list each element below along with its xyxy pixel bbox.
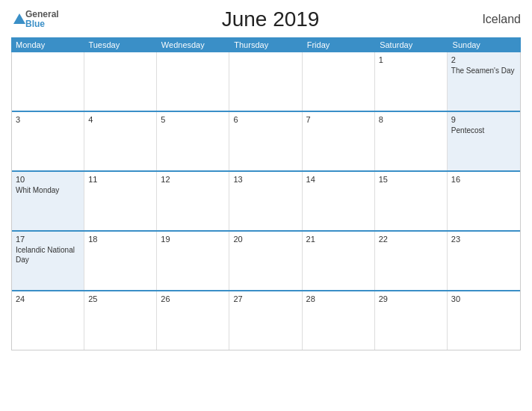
day-number: 15 <box>379 175 443 184</box>
calendar-cell: 6 <box>229 112 302 170</box>
calendar-cell: 15 <box>375 172 448 230</box>
day-number: 1 <box>379 55 443 64</box>
day-number: 14 <box>306 175 371 184</box>
day-number: 3 <box>16 115 80 124</box>
day-number: 8 <box>379 115 443 124</box>
calendar-cell: 17Icelandic National Day <box>12 232 84 290</box>
day-number: 25 <box>88 294 152 303</box>
day-number: 12 <box>161 175 225 184</box>
day-number: 29 <box>379 294 443 303</box>
day-number: 7 <box>306 115 371 124</box>
day-number: 17 <box>16 235 80 244</box>
day-number: 5 <box>161 115 225 124</box>
calendar-cell: 13 <box>229 172 302 230</box>
calendar-cell: 25 <box>84 291 157 350</box>
calendar-wrapper: General Blue June 2019 Iceland MondayTue… <box>0 0 532 411</box>
calendar-week-5: 24252627282930 <box>12 291 520 350</box>
calendar-cell: 4 <box>84 112 157 170</box>
calendar-cell: 20 <box>229 232 302 290</box>
day-number: 2 <box>451 55 516 64</box>
day-number: 30 <box>451 294 516 303</box>
day-header-saturday: Saturday <box>375 37 448 52</box>
day-number: 16 <box>451 175 516 184</box>
calendar-cell: 22 <box>375 232 448 290</box>
day-number: 27 <box>233 294 297 303</box>
logo: General Blue <box>11 10 59 29</box>
calendar-cell: 29 <box>375 291 448 350</box>
day-number: 23 <box>451 235 516 244</box>
calendar-cell: 23 <box>448 232 520 290</box>
calendar-cell <box>229 52 302 111</box>
day-headers: MondayTuesdayWednesdayThursdayFridaySatu… <box>11 37 521 52</box>
day-number: 22 <box>379 235 443 244</box>
calendar-cell <box>303 52 375 111</box>
logo-text: General Blue <box>25 10 59 29</box>
holiday-name: Whit Monday <box>16 186 59 194</box>
calendar-cell: 24 <box>12 291 84 350</box>
day-number: 19 <box>161 235 225 244</box>
day-number: 28 <box>306 294 371 303</box>
day-number: 21 <box>306 235 371 244</box>
calendar-cell: 28 <box>303 291 375 350</box>
holiday-name: Icelandic National Day <box>16 246 75 264</box>
calendar-cell: 18 <box>84 232 157 290</box>
day-number: 13 <box>233 175 297 184</box>
day-header-monday: Monday <box>11 37 84 52</box>
day-header-thursday: Thursday <box>229 37 302 52</box>
day-number: 20 <box>233 235 297 244</box>
calendar-week-3: 10Whit Monday111213141516 <box>12 172 520 232</box>
country-label: Iceland <box>482 13 521 26</box>
calendar-grid: 12The Seamen's Day3456789Pentecost10Whit… <box>11 52 521 350</box>
holiday-name: The Seamen's Day <box>451 67 515 75</box>
day-number: 4 <box>88 115 152 124</box>
calendar-cell: 9Pentecost <box>448 112 520 170</box>
day-number: 18 <box>88 235 152 244</box>
day-number: 9 <box>451 115 516 124</box>
day-header-wednesday: Wednesday <box>157 37 229 52</box>
calendar-cell: 3 <box>12 112 84 170</box>
day-header-friday: Friday <box>303 37 375 52</box>
day-header-tuesday: Tuesday <box>84 37 156 52</box>
day-number: 24 <box>16 294 80 303</box>
calendar-cell: 11 <box>84 172 157 230</box>
calendar-cell: 7 <box>303 112 375 170</box>
day-number: 6 <box>233 115 297 124</box>
calendar-header: General Blue June 2019 Iceland <box>11 7 521 31</box>
day-number: 11 <box>88 175 152 184</box>
calendar-cell: 27 <box>229 291 302 350</box>
day-number: 10 <box>16 175 80 184</box>
calendar-cell: 1 <box>375 52 448 111</box>
calendar-title: June 2019 <box>222 7 320 31</box>
calendar-week-1: 12The Seamen's Day <box>12 52 520 112</box>
calendar-cell <box>12 52 84 111</box>
calendar-cell: 26 <box>157 291 229 350</box>
calendar-cell: 5 <box>157 112 229 170</box>
logo-blue: Blue <box>25 19 59 29</box>
calendar-cell: 30 <box>448 291 520 350</box>
day-number: 26 <box>161 294 225 303</box>
calendar-week-2: 3456789Pentecost <box>12 112 520 172</box>
calendar-cell: 21 <box>303 232 375 290</box>
day-header-sunday: Sunday <box>448 37 521 52</box>
holiday-name: Pentecost <box>451 126 484 135</box>
calendar-cell: 12 <box>157 172 229 230</box>
calendar-cell: 16 <box>448 172 520 230</box>
logo-triangle-icon <box>13 13 25 24</box>
calendar-cell: 2The Seamen's Day <box>448 52 520 111</box>
calendar-cell: 10Whit Monday <box>12 172 84 230</box>
calendar-cell <box>84 52 157 111</box>
calendar-cell <box>157 52 229 111</box>
calendar-week-4: 17Icelandic National Day181920212223 <box>12 232 520 291</box>
calendar-cell: 19 <box>157 232 229 290</box>
calendar-cell: 8 <box>375 112 448 170</box>
calendar-cell: 14 <box>303 172 375 230</box>
